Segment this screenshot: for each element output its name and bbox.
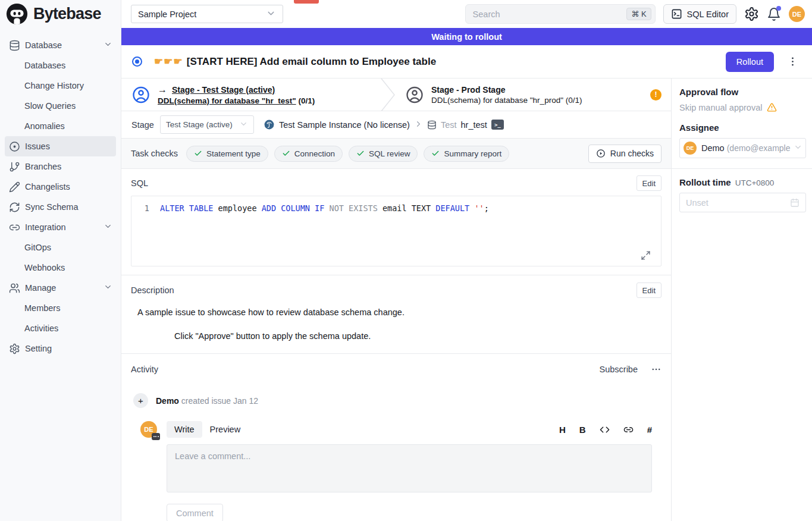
database-name[interactable]: hr_test	[461, 120, 487, 130]
stage-select-dropdown[interactable]: Test Stage (active)	[160, 115, 254, 134]
sidebar-item-gitops[interactable]: GitOps	[0, 237, 121, 258]
open-in-sql-editor-icon[interactable]: >_	[491, 120, 504, 130]
stage-person-icon	[132, 86, 150, 103]
panel-divider	[672, 168, 812, 169]
kebab-menu-icon[interactable]	[787, 56, 798, 67]
plus-icon: +	[133, 393, 148, 408]
chevron-right-icon	[414, 120, 423, 130]
stage-card-test[interactable]: →Stage - Test Stage (active) DDL(schema)…	[121, 79, 381, 111]
notifications-bell-icon[interactable]	[767, 7, 781, 21]
settings-gear-icon[interactable]	[744, 7, 759, 21]
tab-preview[interactable]: Preview	[202, 421, 249, 438]
stage-selector-row: Stage Test Stage (active) Test Sample In…	[121, 111, 671, 139]
search-shortcut-badge: ⌘ K	[626, 8, 651, 20]
status-banner-text: Waiting to rollout	[431, 32, 502, 42]
task-checks-row: Task checks Statement type Connection SQ…	[121, 139, 671, 169]
project-selector[interactable]: Sample Project	[131, 5, 283, 23]
user-avatar[interactable]: DE	[789, 6, 805, 22]
check-badge-statement-type[interactable]: Statement type	[186, 146, 268, 162]
description-text: Click "Approve" button to apply the sche…	[131, 331, 661, 341]
assignee-label: Assignee	[679, 123, 806, 133]
rollout-button[interactable]: Rollout	[726, 52, 774, 72]
environment-tag: Test	[441, 120, 457, 130]
left-sidebar: Bytebase Database Databases Change Histo…	[0, 0, 121, 521]
sidebar-item-label: Sync Schema	[25, 202, 78, 212]
hash-format-icon[interactable]: #	[647, 425, 652, 435]
ellipsis-menu-icon[interactable]	[651, 364, 661, 375]
sidebar-item-activities[interactable]: Activities	[0, 318, 121, 338]
check-icon	[282, 149, 290, 158]
code-format-icon[interactable]	[600, 425, 610, 435]
issue-status-icon	[132, 57, 142, 67]
sidebar-item-databases[interactable]: Databases	[0, 55, 121, 76]
description-edit-button[interactable]: Edit	[637, 283, 661, 298]
gear-icon	[9, 343, 20, 354]
comment-input[interactable]	[167, 444, 652, 492]
sidebar-item-changelists[interactable]: Changelists	[0, 177, 121, 197]
check-badge-sql-review[interactable]: SQL review	[349, 146, 418, 162]
tab-write[interactable]: Write	[167, 421, 202, 438]
expand-editor-icon[interactable]	[641, 250, 651, 260]
activity-label: Activity	[131, 365, 158, 374]
git-branch-icon	[9, 161, 20, 172]
sql-code-editor[interactable]: 1ALTER TABLE employee ADD COLUMN IF NOT …	[131, 196, 661, 266]
run-checks-button[interactable]: Run checks	[588, 145, 661, 163]
check-badge-summary-report[interactable]: Summary report	[424, 146, 509, 162]
assignee-select[interactable]: DE Demo (demo@example	[679, 138, 806, 158]
chevron-down-icon	[104, 283, 112, 293]
bytebase-app: Bytebase Database Databases Change Histo…	[0, 0, 812, 521]
sidebar-item-database[interactable]: Database	[0, 35, 121, 55]
sidebar-item-manage[interactable]: Manage	[0, 278, 121, 298]
sidebar-item-change-history[interactable]: Change History	[0, 76, 121, 96]
activity-actor[interactable]: Demo	[156, 396, 179, 406]
sidebar-item-members[interactable]: Members	[0, 298, 121, 318]
screen-capture-artifact	[294, 0, 319, 4]
sql-editor-button[interactable]: SQL Editor	[663, 4, 736, 24]
chevron-down-icon	[104, 222, 112, 233]
assignee-email: (demo@example	[727, 143, 794, 153]
pencil-icon	[9, 181, 20, 193]
sidebar-item-webhooks[interactable]: Webhooks	[0, 258, 121, 278]
rollout-time-input[interactable]: Unset	[679, 193, 806, 212]
warning-triangle-icon	[767, 102, 777, 112]
sidebar-item-slow-queries[interactable]: Slow Queries	[0, 96, 121, 116]
database-icon	[427, 120, 437, 130]
check-badge-connection[interactable]: Connection	[274, 146, 343, 162]
sidebar-item-anomalies[interactable]: Anomalies	[0, 116, 121, 136]
activity-section: Activity Subscribe + Demo created issue …	[121, 353, 671, 521]
sidebar-item-setting[interactable]: Setting	[0, 338, 121, 359]
line-number: 1	[131, 202, 160, 214]
stage-person-icon	[406, 86, 424, 103]
search-box[interactable]: ⌘ K	[465, 4, 656, 24]
sidebar-item-label: Issues	[25, 142, 50, 151]
speech-bubble-badge	[152, 433, 160, 440]
sidebar-item-label: Setting	[25, 344, 52, 353]
sql-edit-button[interactable]: Edit	[637, 175, 661, 191]
rollout-time-placeholder: Unset	[686, 198, 708, 208]
pipeline-stages: →Stage - Test Stage (active) DDL(schema)…	[121, 79, 671, 111]
link-icon	[9, 222, 20, 233]
sidebar-item-branches[interactable]: Branches	[0, 156, 121, 177]
sidebar-item-integration[interactable]: Integration	[0, 217, 121, 237]
sidebar-item-label: Branches	[25, 162, 61, 171]
subscribe-button[interactable]: Subscribe	[600, 365, 638, 374]
link-format-icon[interactable]	[623, 425, 634, 435]
instance-name[interactable]: Test Sample Instance (No license)	[279, 120, 410, 130]
sql-editor-label: SQL Editor	[687, 10, 729, 19]
brand-logo[interactable]: Bytebase	[0, 0, 121, 27]
stage-progress: (0/1)	[566, 96, 582, 105]
heading-format-icon[interactable]: H	[559, 425, 566, 435]
sidebar-item-sync-schema[interactable]: Sync Schema	[0, 197, 121, 217]
pointing-hand-emojis: ☛☛☛	[154, 56, 183, 67]
assignee-avatar: DE	[684, 142, 697, 155]
comment-submit-button[interactable]: Comment	[167, 504, 223, 521]
stage-task: DDL(schema) for database "hr_test"	[158, 96, 296, 105]
bold-format-icon[interactable]: B	[579, 425, 586, 435]
sql-section-label: SQL	[131, 178, 148, 188]
description-text: A sample issue to showcase how to review…	[131, 307, 661, 317]
activity-entry: + Demo created issue Jan 12	[131, 393, 661, 408]
stage-selector-label: Stage	[131, 120, 154, 130]
stage-card-prod[interactable]: Stage - Prod Stage DDL(schema) for datab…	[395, 79, 671, 111]
search-input[interactable]	[473, 10, 627, 19]
sidebar-item-issues[interactable]: Issues	[5, 136, 116, 156]
